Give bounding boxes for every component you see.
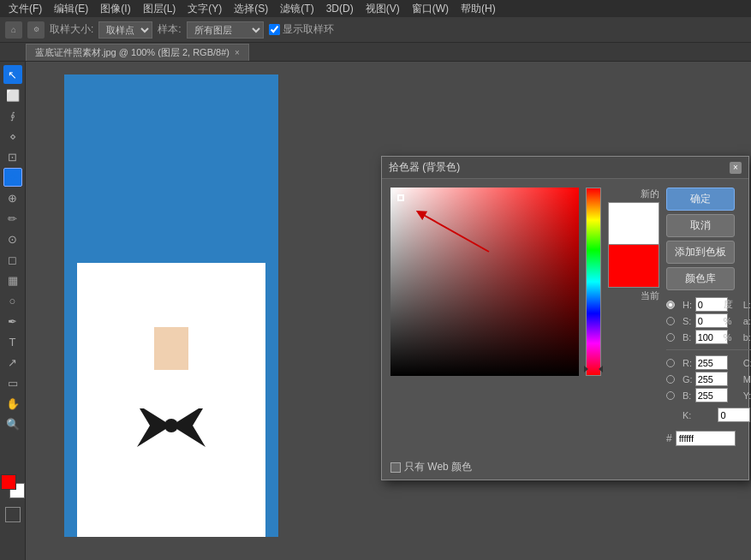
- preview-swatches: 新的 当前: [608, 188, 659, 446]
- radio-rgb-b[interactable]: [666, 391, 675, 400]
- web-colors-row: 只有 Web 颜色: [382, 455, 748, 480]
- tool-stamp[interactable]: ⊙: [3, 229, 22, 248]
- svg-point-0: [164, 419, 178, 432]
- menu-text[interactable]: 文字(Y): [182, 0, 227, 18]
- color-values-grid: H: 度 L: S: % a: B:: [666, 297, 751, 402]
- document-tab[interactable]: 蓝底证件照素材.jpg @ 100% (图层 2, RGB/8#) ×: [26, 44, 249, 61]
- tool-magic-wand[interactable]: ⋄: [3, 127, 22, 146]
- color-gradient-picker[interactable]: [390, 188, 579, 376]
- menu-layer[interactable]: 图层(L): [138, 0, 182, 18]
- tool-move[interactable]: ↖: [3, 65, 22, 84]
- radio-hsb-h[interactable]: [666, 301, 675, 309]
- tool-path-select[interactable]: ↗: [3, 353, 22, 372]
- tool-brush[interactable]: ✏: [3, 209, 22, 228]
- r-label: R:: [682, 358, 693, 368]
- confirm-button[interactable]: 确定: [666, 188, 735, 211]
- current-label: 当前: [641, 289, 659, 302]
- hue-slider-container[interactable]: [586, 188, 601, 376]
- tool-dodge[interactable]: ○: [3, 291, 22, 310]
- menu-file[interactable]: 文件(F): [3, 0, 47, 18]
- hex-label: #: [666, 432, 672, 444]
- h-unit: 度: [724, 298, 741, 311]
- tool-zoom[interactable]: 🔍: [3, 414, 22, 433]
- tool-shape[interactable]: ▭: [3, 373, 22, 392]
- color-swatches[interactable]: [1, 474, 25, 498]
- web-colors-checkbox[interactable]: [390, 462, 401, 473]
- g-label: G:: [682, 374, 693, 384]
- show-ring-checkbox[interactable]: [269, 24, 280, 35]
- photo-right-shoulder: [219, 330, 265, 420]
- web-colors-label: 只有 Web 颜色: [404, 460, 472, 474]
- h-label: H:: [682, 300, 693, 310]
- quick-mask-btn[interactable]: [5, 507, 21, 522]
- radio-hsb-s[interactable]: [666, 317, 675, 325]
- menu-filter[interactable]: 滤镜(T): [275, 0, 319, 18]
- show-ring-checkbox-label[interactable]: 显示取样环: [269, 22, 334, 37]
- m-label: M:: [743, 374, 751, 384]
- color-library-button[interactable]: 颜色库: [666, 267, 735, 290]
- tool-heal[interactable]: ⊕: [3, 188, 22, 207]
- y-label: Y:: [743, 390, 751, 401]
- radio-rgb-g[interactable]: [666, 375, 675, 384]
- hue-cursor-left: [584, 366, 588, 372]
- tool-eraser[interactable]: ◻: [3, 250, 22, 269]
- a-label: a:: [743, 316, 751, 326]
- tool-crop[interactable]: ⊡: [3, 147, 22, 166]
- gradient-cursor: [397, 194, 404, 201]
- canvas-area[interactable]: 拾色器 (背景色) ×: [26, 62, 751, 560]
- b-unit: %: [724, 332, 741, 343]
- menu-3d[interactable]: 3D(D): [321, 1, 359, 16]
- dialog-body: 新的 当前 确定 取消 添加到色板 颜色库 H:: [382, 179, 748, 455]
- tool-size-select[interactable]: 取样点: [98, 21, 152, 39]
- k-input[interactable]: [718, 408, 750, 422]
- toolbar: ⌂ ⚙ 取样大小: 取样点 样本: 所有图层 显示取样环: [0, 17, 751, 43]
- new-label: 新的: [641, 188, 659, 200]
- g-input[interactable]: [695, 372, 728, 386]
- sample-label: 样本:: [158, 22, 181, 37]
- color-controls: 确定 取消 添加到色板 颜色库 H: 度 L:: [666, 188, 751, 446]
- radio-hsb-b[interactable]: [666, 333, 675, 342]
- tool-size-label: 取样大小:: [50, 22, 93, 37]
- b3-label: B:: [682, 390, 693, 401]
- b3-input[interactable]: [695, 388, 728, 402]
- menu-edit[interactable]: 编辑(E): [49, 0, 93, 18]
- foreground-color-swatch[interactable]: [1, 474, 16, 490]
- tab-title: 蓝底证件照素材.jpg @ 100% (图层 2, RGB/8#): [35, 46, 229, 59]
- tab-close-button[interactable]: ×: [235, 48, 240, 57]
- home-icon[interactable]: ⌂: [5, 21, 22, 39]
- photo-left-shoulder: [77, 330, 123, 420]
- tool-type[interactable]: T: [3, 332, 22, 351]
- tool-options-icon[interactable]: ⚙: [27, 21, 45, 39]
- tool-pen[interactable]: ✒: [3, 312, 22, 331]
- tool-marquee[interactable]: ⬜: [3, 86, 22, 104]
- hue-slider[interactable]: [586, 188, 601, 376]
- k-row: K: %: [666, 408, 751, 422]
- tool-hand[interactable]: ✋: [3, 394, 22, 413]
- tool-eyedropper[interactable]: ✦: [3, 168, 22, 187]
- menu-image[interactable]: 图像(I): [95, 0, 135, 18]
- r-input[interactable]: [695, 355, 728, 370]
- tool-lasso[interactable]: ∮: [3, 106, 22, 125]
- menu-view[interactable]: 视图(V): [361, 0, 405, 18]
- l-label: L:: [743, 300, 751, 310]
- tab-bar: 蓝底证件照素材.jpg @ 100% (图层 2, RGB/8#) ×: [0, 43, 751, 62]
- main-area: ↖ ⬜ ∮ ⋄ ⊡ ✦ ⊕ ✏ ⊙ ◻ ▦ ○ ✒ T ↗ ▭ ✋ 🔍: [0, 62, 751, 560]
- dialog-close-button[interactable]: ×: [730, 162, 742, 174]
- menu-select[interactable]: 选择(S): [229, 0, 273, 18]
- menu-help[interactable]: 帮助(H): [456, 0, 501, 18]
- sample-select[interactable]: 所有图层: [187, 21, 264, 39]
- hex-input[interactable]: [676, 431, 736, 446]
- gradient-overlay: [390, 188, 579, 376]
- hue-cursor-right: [599, 366, 603, 372]
- color-picker-dialog: 拾色器 (背景色) ×: [381, 156, 749, 480]
- b2-label: b:: [743, 332, 751, 343]
- add-to-palette-button[interactable]: 添加到色板: [666, 241, 735, 264]
- hue-cursor-indicators: [584, 366, 603, 372]
- cancel-button[interactable]: 取消: [666, 214, 735, 237]
- menu-window[interactable]: 窗口(W): [407, 0, 454, 18]
- current-color-preview: [608, 245, 659, 288]
- k-label: K:: [682, 410, 691, 420]
- dialog-title: 拾色器 (背景色): [389, 160, 460, 175]
- tool-gradient[interactable]: ▦: [3, 271, 22, 289]
- radio-rgb-r[interactable]: [666, 359, 675, 367]
